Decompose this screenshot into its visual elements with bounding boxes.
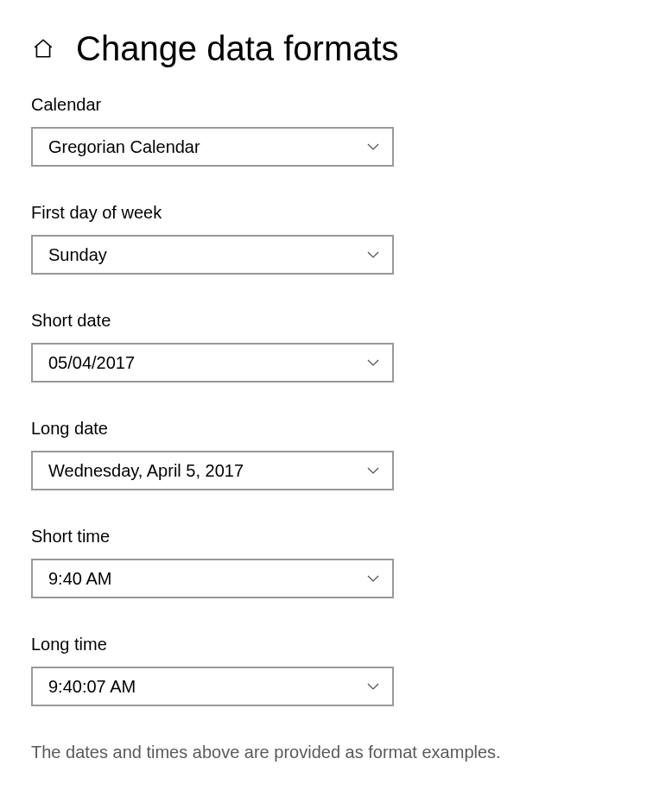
short-date-select[interactable]: 05/04/2017 bbox=[31, 343, 394, 383]
chevron-down-icon bbox=[366, 356, 380, 370]
field-short-time: Short time 9:40 AM bbox=[31, 527, 641, 598]
long-date-value: Wednesday, April 5, 2017 bbox=[48, 461, 244, 481]
calendar-label: Calendar bbox=[31, 95, 641, 115]
chevron-down-icon bbox=[366, 572, 380, 585]
long-time-label: Long time bbox=[31, 635, 641, 654]
long-time-value: 9:40:07 AM bbox=[48, 677, 136, 697]
first-day-select[interactable]: Sunday bbox=[31, 235, 394, 275]
chevron-down-icon bbox=[366, 464, 380, 477]
chevron-down-icon bbox=[366, 140, 380, 154]
page-title: Change data formats bbox=[76, 31, 399, 66]
first-day-value: Sunday bbox=[48, 245, 107, 265]
field-short-date: Short date 05/04/2017 bbox=[31, 311, 641, 383]
calendar-select[interactable]: Gregorian Calendar bbox=[31, 127, 394, 167]
chevron-down-icon bbox=[366, 248, 380, 262]
long-time-select[interactable]: 9:40:07 AM bbox=[31, 667, 394, 706]
short-time-value: 9:40 AM bbox=[48, 569, 111, 589]
field-calendar: Calendar Gregorian Calendar bbox=[31, 95, 641, 167]
short-date-value: 05/04/2017 bbox=[48, 353, 135, 373]
short-date-label: Short date bbox=[31, 311, 641, 331]
calendar-value: Gregorian Calendar bbox=[48, 137, 200, 157]
footer-note: The dates and times above are provided a… bbox=[31, 743, 641, 762]
home-icon[interactable] bbox=[31, 36, 55, 60]
field-first-day: First day of week Sunday bbox=[31, 203, 641, 275]
field-long-date: Long date Wednesday, April 5, 2017 bbox=[31, 419, 641, 490]
field-long-time: Long time 9:40:07 AM bbox=[31, 635, 641, 706]
first-day-label: First day of week bbox=[31, 203, 641, 223]
short-time-label: Short time bbox=[31, 527, 641, 547]
chevron-down-icon bbox=[366, 680, 380, 693]
long-date-select[interactable]: Wednesday, April 5, 2017 bbox=[31, 451, 394, 490]
page-header: Change data formats bbox=[31, 31, 641, 66]
long-date-label: Long date bbox=[31, 419, 641, 439]
short-time-select[interactable]: 9:40 AM bbox=[31, 559, 394, 598]
